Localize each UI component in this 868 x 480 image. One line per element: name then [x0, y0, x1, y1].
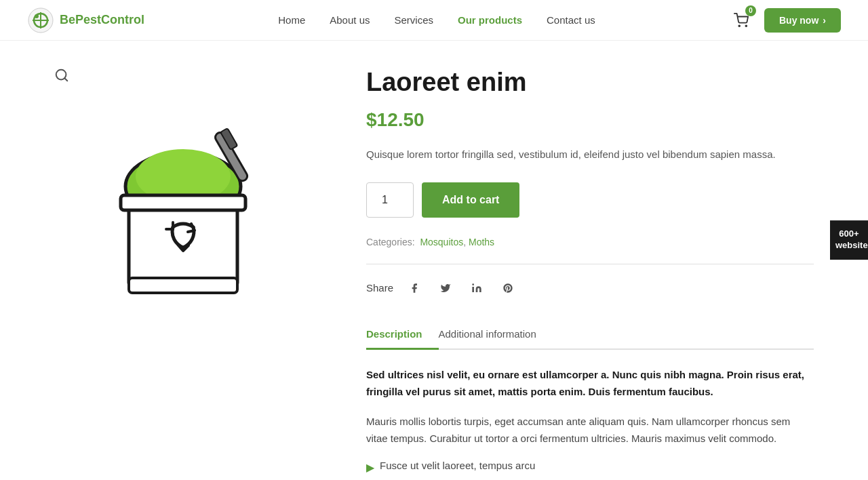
product-image-column	[54, 68, 326, 474]
product-title: Laoreet enim	[366, 68, 814, 97]
product-image	[54, 81, 312, 339]
buy-now-button[interactable]: Buy now ›	[764, 8, 841, 33]
logo-icon	[27, 7, 54, 34]
nav-contact[interactable]: Contact us	[547, 14, 595, 26]
main-content: Laoreet enim $12.50 Quisque lorem tortor…	[0, 41, 868, 480]
divider	[366, 264, 814, 264]
list-item-text-1: Fusce ut velit laoreet, tempus arcu	[380, 460, 535, 471]
description-list-item-1: ▶ Fusce ut velit laoreet, tempus arcu	[366, 460, 814, 474]
category-moths[interactable]: Moths	[469, 237, 494, 247]
share-row: Share	[366, 278, 814, 298]
product-details-column: Laoreet enim $12.50 Quisque lorem tortor…	[366, 68, 814, 474]
arrow-right-icon: ›	[823, 15, 826, 26]
pinterest-icon[interactable]	[498, 278, 518, 298]
description-bold-text: Sed ultrices nisl velit, eu ornare est u…	[366, 366, 814, 401]
main-nav: Home About us Services Our products Cont…	[278, 14, 595, 26]
svg-rect-13	[129, 200, 237, 288]
add-to-cart-row: Add to cart	[366, 182, 814, 218]
svg-line-8	[64, 78, 67, 81]
badge-count: 600+	[835, 228, 863, 240]
svg-rect-16	[472, 287, 474, 292]
linkedin-icon[interactable]	[467, 278, 487, 298]
nav-services[interactable]: Services	[394, 14, 433, 26]
website-count-badge: 600+ websites	[830, 220, 868, 260]
tab-additional-info[interactable]: Additional information	[439, 320, 553, 350]
tab-content-description: Sed ultrices nisl velit, eu ornare est u…	[366, 366, 814, 474]
product-description: Quisque lorem tortor fringilla sed, vest…	[366, 146, 814, 163]
image-search-button[interactable]	[54, 68, 69, 86]
category-mosquitos[interactable]: Mosquitos	[420, 237, 463, 247]
svg-point-6	[745, 25, 747, 26]
svg-point-5	[738, 25, 740, 26]
categories-row: Categories: Mosquitos, Moths	[366, 237, 814, 247]
logo-text: BePestControl	[60, 13, 144, 27]
cart-button[interactable]: 0	[729, 8, 753, 33]
nav-home[interactable]: Home	[278, 14, 305, 26]
badge-label: websites	[835, 240, 863, 252]
logo[interactable]: BePestControl	[27, 7, 144, 34]
search-icon	[54, 68, 69, 83]
product-tabs: Description Additional information	[366, 320, 814, 350]
svg-point-17	[472, 283, 474, 285]
twitter-icon[interactable]	[435, 278, 456, 298]
svg-rect-15	[129, 278, 237, 293]
nav-about[interactable]: About us	[330, 14, 370, 26]
share-label: Share	[366, 282, 393, 294]
svg-rect-14	[121, 195, 245, 210]
nav-products[interactable]: Our products	[458, 14, 522, 26]
facebook-icon[interactable]	[404, 278, 425, 298]
categories-label: Categories:	[366, 237, 415, 247]
svg-point-4	[35, 14, 39, 18]
description-normal-text: Mauris mollis lobortis turpis, eget accu…	[366, 413, 814, 447]
tab-description[interactable]: Description	[366, 320, 439, 350]
product-price: $12.50	[366, 109, 814, 131]
list-check-icon: ▶	[366, 461, 374, 474]
add-to-cart-button[interactable]: Add to cart	[422, 182, 519, 218]
product-illustration	[68, 95, 298, 325]
header: BePestControl Home About us Services Our…	[0, 0, 868, 41]
quantity-input[interactable]	[366, 182, 414, 218]
cart-badge: 0	[745, 5, 756, 16]
header-actions: 0 Buy now ›	[729, 8, 841, 33]
